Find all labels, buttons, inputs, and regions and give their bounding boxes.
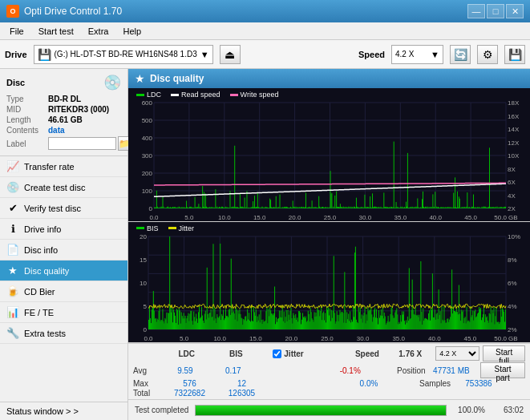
max-ldc: 576 bbox=[164, 379, 216, 388]
write-speed-color-dot bbox=[230, 94, 238, 96]
menu-bar: File Start test Extra Help bbox=[0, 22, 530, 40]
toolbar: Drive 💾 (G:) HL-DT-ST BD-RE WH16NS48 1.D… bbox=[0, 40, 530, 69]
charts-container: LDC Read speed Write speed bbox=[128, 88, 530, 343]
stats-speed-select[interactable]: 4.2 X bbox=[435, 346, 479, 361]
position-label: Position bbox=[372, 366, 425, 375]
app-title: Opti Drive Control 1.70 bbox=[24, 6, 122, 17]
nav-label-disc-info: Disc info bbox=[24, 245, 58, 255]
disc-icon: 💿 bbox=[103, 74, 121, 91]
samples-value: 753386 bbox=[451, 379, 507, 388]
legend-read-speed-label: Read speed bbox=[181, 91, 220, 99]
drive-icon: 💾 bbox=[38, 48, 51, 61]
stats-ldc-header: LDC bbox=[162, 349, 212, 358]
legend-ldc: LDC bbox=[136, 91, 161, 99]
bottom-chart: BIS Jitter bbox=[128, 222, 530, 343]
stats-avg-row: Avg 9.59 0.17 -0.1% Position 47731 MB St… bbox=[133, 362, 525, 378]
legend-ldc-label: LDC bbox=[147, 91, 161, 99]
avg-jitter: -0.1% bbox=[328, 366, 372, 375]
progress-percent: 100.0% bbox=[453, 406, 485, 414]
close-button[interactable]: ✕ bbox=[506, 4, 524, 18]
sidebar-item-extra-tests[interactable]: 🔧 Extra tests bbox=[0, 323, 127, 344]
ldc-color-dot bbox=[136, 94, 144, 96]
jitter-checkbox-row: Jitter bbox=[273, 349, 334, 358]
drive-info-icon: ℹ bbox=[6, 223, 19, 235]
progress-area: Test completed 100.0% 63:02 bbox=[128, 399, 530, 420]
speed-dropdown-arrow: ▼ bbox=[431, 50, 439, 59]
avg-label: Avg bbox=[133, 366, 161, 375]
disc-info-icon: 📄 bbox=[6, 244, 19, 256]
nav-label-drive-info: Drive info bbox=[24, 224, 61, 234]
content-area: ★ Disc quality LDC Read speed bbox=[128, 69, 530, 420]
stats-header-row: LDC BIS Jitter Speed 1.76 X 4.2 X Start … bbox=[133, 345, 525, 361]
menu-start-test[interactable]: Start test bbox=[32, 25, 80, 38]
settings-button[interactable]: ⚙ bbox=[477, 45, 498, 64]
minimize-button[interactable]: — bbox=[467, 4, 485, 18]
bis-chart-canvas bbox=[128, 222, 530, 342]
speed-selector[interactable]: 4.2 X ▼ bbox=[391, 45, 443, 64]
status-window-button[interactable]: Status window > > bbox=[0, 402, 127, 420]
sidebar-item-fe-te[interactable]: 📊 FE / TE bbox=[0, 302, 127, 323]
menu-file[interactable]: File bbox=[3, 25, 30, 38]
read-speed-color-dot bbox=[171, 94, 179, 96]
start-part-button[interactable]: Start part bbox=[480, 362, 525, 378]
max-label: Max bbox=[133, 379, 164, 388]
ldc-chart-canvas bbox=[128, 88, 530, 221]
legend-bis: BIS bbox=[136, 224, 159, 232]
sidebar-nav: 📈 Transfer rate 💿 Create test disc ✔ Ver… bbox=[0, 156, 127, 402]
drive-selector[interactable]: 💾 (G:) HL-DT-ST BD-RE WH16NS48 1.D3 ▼ bbox=[34, 45, 213, 64]
mid-label: MID bbox=[6, 105, 48, 114]
cd-bier-icon: 🍺 bbox=[6, 285, 19, 297]
sidebar: Disc 💿 Type BD-R DL MID RITEKDR3 (000) L… bbox=[0, 69, 128, 420]
sidebar-item-drive-info[interactable]: ℹ Drive info bbox=[0, 219, 127, 240]
transfer-rate-icon: 📈 bbox=[6, 160, 19, 172]
stats-total-row: Total 7322682 126305 bbox=[133, 389, 525, 398]
stats-bis-header: BIS bbox=[212, 349, 261, 358]
speed-select-dropdown[interactable]: 4.2 X bbox=[435, 346, 479, 361]
legend-jitter: Jitter bbox=[168, 224, 195, 232]
total-ldc: 7322682 bbox=[164, 389, 216, 398]
stats-max-row: Max 576 12 0.0% Samples 753386 bbox=[133, 379, 525, 388]
app-icon: O bbox=[6, 5, 19, 18]
sidebar-item-cd-bier[interactable]: 🍺 CD Bier bbox=[0, 281, 127, 302]
fe-te-icon: 📊 bbox=[6, 306, 19, 318]
nav-label-extra-tests: Extra tests bbox=[24, 329, 66, 338]
legend-read-speed: Read speed bbox=[171, 91, 220, 99]
jitter-label: Jitter bbox=[284, 349, 303, 358]
status-window-label: Status window > > bbox=[6, 406, 79, 416]
sidebar-item-disc-quality[interactable]: ★ Disc quality bbox=[0, 260, 127, 281]
speed-label: Speed bbox=[358, 50, 385, 59]
progress-bar-fill bbox=[196, 406, 446, 415]
save-button[interactable]: 💾 bbox=[504, 45, 525, 64]
samples-label: Samples bbox=[393, 379, 451, 388]
contents-value: data bbox=[48, 126, 65, 135]
create-test-disc-icon: 💿 bbox=[6, 181, 19, 193]
sidebar-item-verify-test-disc[interactable]: ✔ Verify test disc bbox=[0, 198, 127, 219]
drive-label: Drive bbox=[5, 50, 27, 59]
length-value: 46.61 GB bbox=[48, 115, 83, 124]
max-bis: 12 bbox=[216, 379, 268, 388]
length-label: Length bbox=[6, 115, 48, 124]
title-bar: O Opti Drive Control 1.70 — □ ✕ bbox=[0, 0, 530, 22]
sidebar-item-transfer-rate[interactable]: 📈 Transfer rate bbox=[0, 156, 127, 177]
menu-extra[interactable]: Extra bbox=[82, 25, 115, 38]
nav-label-verify-test-disc: Verify test disc bbox=[24, 204, 81, 213]
refresh-button[interactable]: 🔄 bbox=[450, 45, 471, 64]
bis-color-dot bbox=[136, 227, 144, 229]
top-chart-legend: LDC Read speed Write speed bbox=[136, 91, 278, 99]
verify-test-disc-icon: ✔ bbox=[6, 202, 19, 214]
sidebar-item-create-test-disc[interactable]: 💿 Create test disc bbox=[0, 177, 127, 198]
position-value: 47731 MB bbox=[426, 366, 477, 375]
disc-title: Disc bbox=[6, 78, 25, 87]
mid-value: RITEKDR3 (000) bbox=[48, 105, 109, 114]
menu-help[interactable]: Help bbox=[116, 25, 148, 38]
progress-time: 63:02 bbox=[492, 406, 524, 414]
start-full-button[interactable]: Start full bbox=[483, 345, 525, 361]
nav-label-fe-te: FE / TE bbox=[24, 308, 54, 317]
label-input[interactable] bbox=[48, 137, 116, 150]
avg-ldc: 9.59 bbox=[161, 366, 209, 375]
eject-button[interactable]: ⏏ bbox=[220, 45, 241, 64]
sidebar-item-disc-info[interactable]: 📄 Disc info bbox=[0, 240, 127, 260]
maximize-button[interactable]: □ bbox=[487, 4, 504, 18]
panel-title: Disc quality bbox=[150, 73, 204, 84]
jitter-checkbox[interactable] bbox=[273, 349, 281, 358]
